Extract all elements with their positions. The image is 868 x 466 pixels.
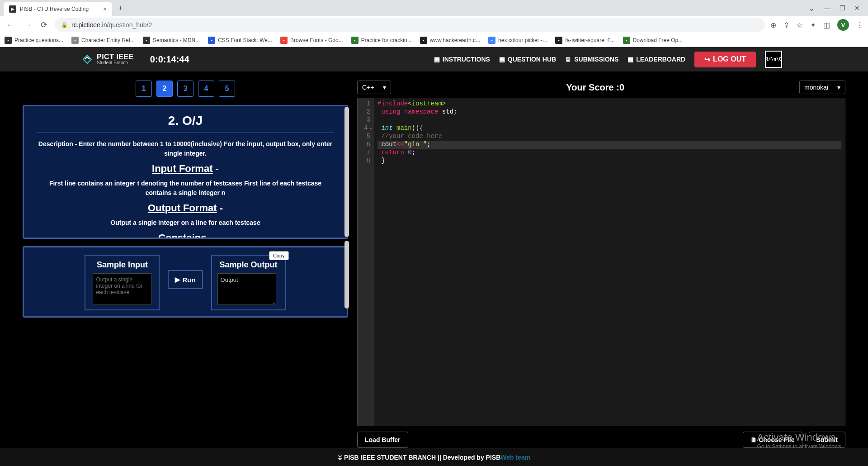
run-button[interactable]: ▶Run [168, 270, 203, 289]
code-editor[interactable]: 1234▾5678 #include<iostream> using names… [357, 98, 845, 426]
bookmark-icon: ● [488, 37, 495, 44]
file-icon: 🗎 [750, 436, 757, 443]
logo[interactable]: PICT IEEE Student Branch [81, 53, 134, 65]
nav-links: ▤INSTRUCTIONS ▤QUESTION HUB 🗎SUBMISSIONS… [434, 51, 868, 68]
minimize-icon[interactable]: — [824, 5, 830, 12]
bookmark-item[interactable]: ●Browse Fonts - Goo... [280, 37, 343, 44]
editor-toolbar: C++▾ Your Score :0 monokai▾ [357, 81, 845, 94]
theme-select[interactable]: monokai▾ [799, 81, 845, 94]
bookmark-icon: ● [71, 37, 79, 44]
bookmark-item[interactable]: ●Character Entity Ref... [71, 37, 135, 44]
share-icon[interactable]: ⇪ [783, 21, 789, 29]
list-icon: ▤ [499, 56, 505, 63]
bookmark-icon: ● [420, 37, 427, 44]
zoom-icon[interactable]: ⊕ [770, 21, 776, 29]
bookmark-icon: ● [351, 37, 359, 44]
nav-submissions[interactable]: 🗎SUBMISSIONS [565, 56, 618, 63]
nav-question-hub[interactable]: ▤QUESTION HUB [499, 56, 556, 63]
load-buffer-button[interactable]: Load Buffer [357, 432, 408, 448]
bookmark-icon: ● [623, 37, 630, 44]
forward-button[interactable]: → [22, 19, 33, 32]
address-bar[interactable]: 🔒 rc.pictieee.in/question_hub/2 [55, 18, 765, 32]
bookmark-icon: ● [5, 37, 12, 44]
language-select[interactable]: C++▾ [357, 81, 391, 94]
bookmark-icon: ● [280, 37, 288, 44]
sample-io: Sample Input ▶Run Copy Sample Output Out… [23, 246, 348, 318]
avatar[interactable]: V [837, 19, 849, 31]
sample-input[interactable] [93, 273, 151, 305]
choose-file-button[interactable]: 🗎Choose File [743, 432, 802, 448]
sample-input-title: Sample Input [97, 260, 148, 270]
scrollbar[interactable] [344, 241, 349, 309]
nav-instructions[interactable]: ▤INSTRUCTIONS [434, 56, 490, 63]
question-button-4[interactable]: 4 [198, 81, 214, 97]
bookmark-item[interactable]: ●Practice questions... [5, 37, 63, 44]
sample-output[interactable]: Output [217, 273, 276, 305]
output-format-body: Output a single integer on a line for ea… [37, 218, 334, 228]
reload-button[interactable]: ⟳ [39, 18, 49, 32]
logo-sub: Student Branch [97, 61, 134, 65]
menu-icon[interactable]: ⋮ [856, 21, 863, 29]
question-button-1[interactable]: 1 [136, 81, 152, 97]
sidepanel-icon[interactable]: ◫ [823, 21, 830, 29]
constraints-head: Constains [158, 232, 206, 239]
question-button-2[interactable]: 2 [156, 81, 173, 97]
nav-leaderboard[interactable]: ▦LEADERBOARD [627, 56, 685, 63]
chart-icon: ▦ [627, 56, 633, 63]
url-actions: ⊕ ⇪ ☆ ✦ ◫ V ⋮ [770, 19, 863, 31]
close-window-icon[interactable]: ✕ [854, 5, 860, 12]
bookmark-item[interactable]: ●hex colour picker -... [488, 37, 547, 44]
bookmark-label: CSS Font Stack: We... [218, 37, 272, 43]
score-display: Your Score :0 [397, 82, 793, 93]
maximize-icon[interactable]: ❐ [840, 5, 845, 12]
browser-tab[interactable]: ▶ PISB - CTD Reverse Coding × [4, 2, 112, 16]
bookmark-item[interactable]: ●fa-twitter-square: F... [555, 37, 614, 44]
problem-description: Description - Enter the number between 1… [37, 139, 334, 158]
browser-chrome: ▶ PISB - CTD Reverse Coding × + ⌄ — ❐ ✕ … [0, 0, 868, 47]
bookmarks-bar: ●Practice questions...●Character Entity … [0, 33, 868, 47]
bookmark-item[interactable]: ●Semantics - MDN... [143, 37, 200, 44]
footer-link[interactable]: Web team [500, 454, 530, 461]
code-area[interactable]: #include<iostream> using namespace std; … [374, 98, 845, 426]
url-text: rc.pictieee.in/question_hub/2 [71, 21, 152, 29]
main-content: 12345 2. O/J Description - Enter the num… [0, 71, 868, 448]
bookmark-item[interactable]: ●Practice for crackin... [351, 37, 412, 44]
left-panel: 12345 2. O/J Description - Enter the num… [23, 81, 348, 448]
copy-tooltip[interactable]: Copy [269, 251, 289, 260]
submit-button[interactable]: Submit [809, 432, 845, 448]
close-icon[interactable]: × [103, 5, 107, 13]
question-button-5[interactable]: 5 [219, 81, 235, 97]
bookmark-item[interactable]: ●www.hackerearth.c... [420, 37, 480, 44]
tab-favicon: ▶ [9, 5, 16, 13]
logout-button[interactable]: ↪LOG OUT [694, 52, 756, 67]
bookmark-label: Semantics - MDN... [153, 37, 200, 43]
divider [37, 133, 334, 133]
chevron-down-icon: ▾ [383, 84, 386, 91]
extensions-icon[interactable]: ✦ [810, 21, 816, 29]
footer: © PISB IEEE STUDENT BRANCH || Developed … [0, 448, 868, 466]
window-controls: ⌄ — ❐ ✕ [808, 3, 864, 13]
scrollbar[interactable] [344, 107, 349, 237]
bookmark-label: Practice questions... [14, 37, 63, 43]
star-icon[interactable]: ☆ [797, 21, 803, 29]
logo-main: PICT IEEE [97, 53, 134, 61]
chevron-down-icon: ▾ [837, 84, 840, 91]
bookmark-item[interactable]: ●CSS Font Stack: We... [208, 37, 272, 44]
question-button-3[interactable]: 3 [177, 81, 193, 97]
back-button[interactable]: ← [5, 19, 16, 32]
problem-statement: 2. O/J Description - Enter the number be… [23, 105, 348, 239]
question-nav: 12345 [23, 81, 348, 97]
bookmark-icon: ● [143, 37, 150, 44]
input-format-head: Input Format [152, 163, 212, 174]
input-format-body: First line contains an integer t denotin… [37, 179, 334, 198]
chevron-down-icon[interactable]: ⌄ [808, 3, 815, 13]
tab-strip: ▶ PISB - CTD Reverse Coding × + ⌄ — ❐ ✕ [0, 0, 868, 16]
list-icon: ▤ [434, 56, 440, 63]
play-icon: ▶ [175, 276, 180, 284]
problem-title: 2. O/J [37, 114, 334, 128]
rc-badge[interactable]: R/\n\C [765, 51, 782, 68]
text-cursor [431, 141, 431, 148]
bookmark-item[interactable]: ●Download Free Op... [623, 37, 683, 44]
new-tab-button[interactable]: + [117, 2, 124, 14]
line-gutter: 1234▾5678 [358, 98, 374, 426]
